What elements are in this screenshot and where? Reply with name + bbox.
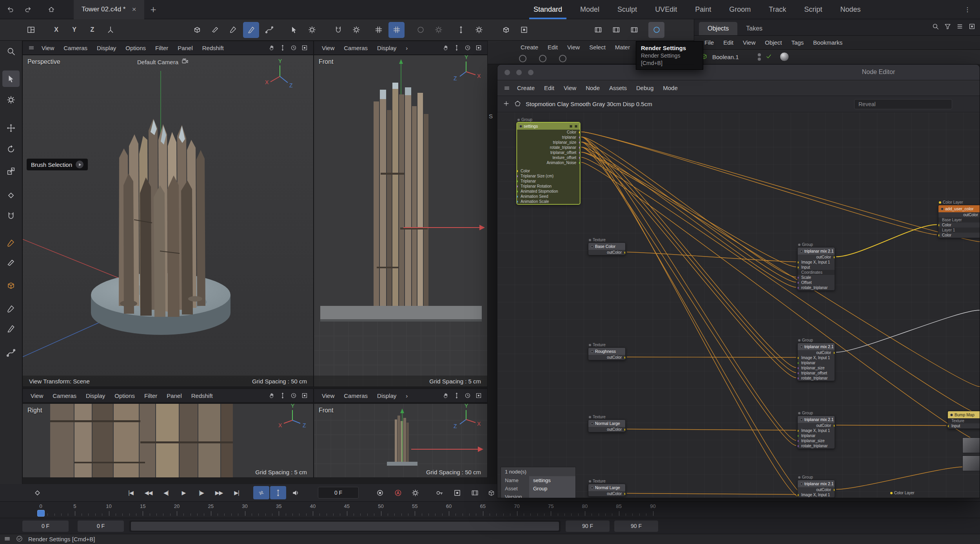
port-in[interactable] [798, 429, 799, 432]
autokey-button[interactable] [390, 486, 406, 499]
port-out[interactable] [579, 141, 580, 144]
frame-icon[interactable] [301, 392, 308, 399]
port-out[interactable] [579, 131, 580, 134]
viewport-menu-display[interactable]: Display [81, 392, 110, 399]
port-in[interactable] [938, 234, 940, 237]
move-tool-icon[interactable] [2, 120, 20, 136]
record-button[interactable] [372, 486, 388, 499]
node-wire[interactable] [836, 310, 980, 352]
pan-hand-icon[interactable] [269, 392, 275, 399]
playback-loop-button[interactable] [253, 486, 269, 499]
viewport-title[interactable]: Right [27, 407, 42, 414]
rotate-tool-icon[interactable] [2, 141, 20, 157]
document-tab[interactable]: Tower 02.c4d * × [74, 0, 144, 19]
timeline-scroll-thumb[interactable] [131, 522, 559, 531]
port-in[interactable] [798, 493, 799, 496]
port-in[interactable] [517, 200, 518, 203]
cube-mode-icon[interactable] [498, 22, 514, 38]
viewport-menu-display[interactable]: Display [92, 45, 121, 51]
history-icon[interactable] [465, 392, 471, 399]
node-tri2[interactable]: Grouptriplanar mix 2.1outColorImage X, I… [797, 338, 835, 381]
node-settings[interactable]: GroupsettingsColortriplanartriplanar_siz… [517, 117, 580, 204]
node-wire[interactable] [581, 142, 796, 373]
node-wire[interactable] [581, 137, 796, 441]
preview-end-field[interactable]: 90 F [566, 521, 610, 532]
scene-end-field[interactable]: 90 F [614, 521, 658, 532]
node-wire[interactable] [581, 137, 799, 497]
dolly-icon[interactable] [279, 45, 286, 51]
node-editor-menu-icon[interactable] [504, 85, 510, 91]
liquify-tool-icon[interactable] [2, 235, 20, 251]
object-menu-object[interactable]: Object [760, 39, 786, 46]
port-out[interactable] [624, 356, 625, 359]
camera-label[interactable]: Default Camera [137, 58, 189, 66]
frame-icon[interactable] [301, 45, 308, 51]
frame-icon[interactable] [475, 45, 482, 51]
reveal-search-input[interactable] [854, 99, 952, 109]
knife-tool-icon[interactable] [2, 255, 20, 271]
scale-tool-icon[interactable] [2, 163, 20, 179]
autofit-range-button[interactable] [270, 486, 286, 499]
node-wire[interactable] [581, 152, 980, 387]
render-region-button[interactable] [608, 22, 624, 38]
play-sound-button[interactable] [288, 486, 304, 499]
history-icon[interactable] [465, 45, 471, 51]
port-in[interactable] [798, 356, 799, 359]
port-out[interactable] [624, 251, 625, 254]
texture-thumbnail[interactable] [962, 455, 980, 471]
port-out[interactable] [579, 156, 580, 159]
port-in[interactable] [517, 175, 518, 177]
node-menu-assets[interactable]: Assets [604, 85, 632, 91]
node-color_layer[interactable]: Color Layeradd_user_coloroutColorBase La… [938, 200, 980, 238]
status-menu-icon[interactable] [4, 535, 11, 543]
node-wire[interactable] [836, 225, 937, 257]
node-wire[interactable] [627, 429, 796, 430]
port-out[interactable] [833, 256, 835, 258]
pen-tool-icon[interactable] [2, 320, 20, 337]
viewport-menu-[interactable]: › [401, 392, 412, 399]
viewport-menu-view[interactable]: View [317, 45, 339, 51]
box-tool-icon[interactable] [207, 22, 223, 38]
node-menu-view[interactable]: View [559, 85, 581, 91]
home-icon[interactable] [45, 3, 58, 16]
node-wire[interactable] [581, 157, 980, 414]
asset-tool-icon[interactable] [286, 22, 302, 38]
node-tri4[interactable]: Grouptriplanar mix 2.1outColorImage X, I… [797, 475, 835, 498]
filter-icon[interactable] [944, 23, 951, 31]
port-out[interactable] [624, 428, 625, 431]
tweak-tool-icon[interactable] [2, 92, 20, 108]
layout-menu-uvedit[interactable]: UVEdit [646, 0, 686, 19]
modeling-cube-icon[interactable] [189, 22, 205, 38]
history-icon[interactable] [290, 392, 297, 399]
layout-menu-paint[interactable]: Paint [686, 0, 720, 19]
redo-button[interactable] [21, 3, 34, 16]
history-icon[interactable] [290, 45, 297, 51]
port-in[interactable] [798, 439, 799, 442]
port-in[interactable] [798, 361, 799, 364]
pan-hand-icon[interactable] [443, 45, 449, 51]
layout-menu-track[interactable]: Track [760, 0, 795, 19]
axis-x-lock-button[interactable]: X [48, 22, 64, 38]
snap-tool-icon[interactable] [2, 208, 20, 224]
dolly-icon[interactable] [454, 45, 460, 51]
port-out[interactable] [579, 161, 580, 164]
dolly-icon[interactable] [454, 392, 460, 399]
undo-button[interactable] [4, 3, 17, 16]
node-wire[interactable] [627, 357, 796, 358]
play-button[interactable]: ▶ [176, 486, 192, 499]
port-in[interactable] [798, 266, 799, 269]
node-wire[interactable] [581, 147, 796, 446]
more-menu-icon[interactable]: ⋮ [960, 2, 975, 16]
placement-tool-icon[interactable] [2, 187, 20, 204]
go-to-start-button[interactable]: |◀ [123, 486, 139, 499]
port-in[interactable] [938, 224, 940, 226]
search-icon[interactable] [932, 23, 939, 31]
node-graph-canvas[interactable]: Color Layer 1 node(s) NamesettingsAssetG… [497, 112, 980, 498]
node-wire[interactable] [581, 142, 807, 499]
port-out[interactable] [833, 351, 835, 354]
viewport-perspective[interactable]: Y X Z Perspective Default Camera Brush S… [22, 55, 314, 387]
current-frame-field[interactable]: 0 F [318, 487, 359, 499]
keying-settings-button[interactable] [407, 486, 423, 499]
snap-settings-gear-icon[interactable] [348, 22, 364, 38]
grid-icon[interactable] [370, 22, 387, 38]
